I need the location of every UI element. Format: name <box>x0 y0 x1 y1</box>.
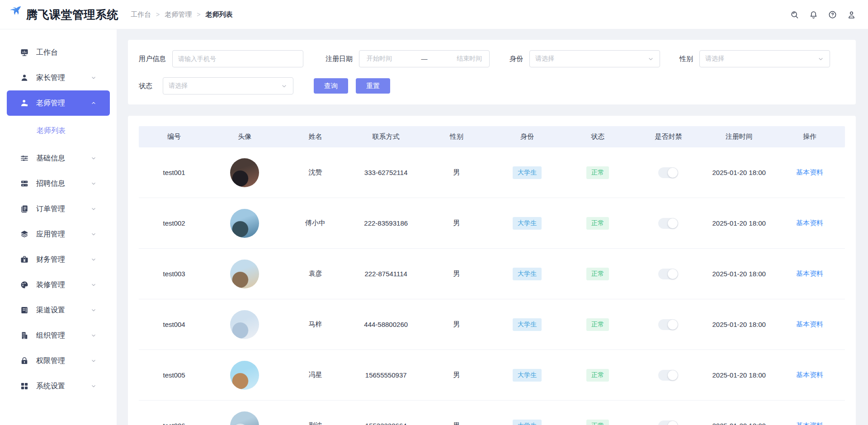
cell-name: 傅小中 <box>280 219 350 227</box>
column-header-7: 是否封禁 <box>633 132 703 141</box>
sidebar-subitem-teacher-list[interactable]: 老师列表 <box>0 116 117 146</box>
breadcrumb-separator: > <box>156 11 160 18</box>
phone-input[interactable] <box>172 50 303 67</box>
organization-icon <box>20 331 29 340</box>
app-title: 腾飞课堂管理系统 <box>26 7 118 22</box>
breadcrumb: 工作台 > 老师管理 > 老师列表 <box>131 10 232 19</box>
cell-id: test002 <box>139 219 209 227</box>
profile-link[interactable]: 基本资料 <box>796 269 823 278</box>
status-label: 状态 <box>139 82 152 90</box>
cell-register-time: 2025-01-20 18:00 <box>704 371 774 379</box>
filter-panel: 用户信息 注册日期 开始时间 — 结束时间 身份 请选择 性别 请选择 状态 请… <box>128 40 856 104</box>
profile-link[interactable]: 基本资料 <box>796 320 823 329</box>
cell-avatar <box>209 361 280 390</box>
avatar <box>230 260 259 288</box>
table-row: test006 荆波 15533338664 男 大学生 正常 2025-01-… <box>139 401 845 425</box>
avatar <box>230 361 259 390</box>
status-badge: 正常 <box>586 369 609 382</box>
column-header-9: 操作 <box>774 132 845 141</box>
avatar <box>230 411 259 425</box>
cell-gender: 男 <box>421 421 492 425</box>
sidebar-item-recruitment[interactable]: 招聘信息 <box>0 171 117 196</box>
ban-toggle[interactable] <box>658 370 678 381</box>
user-info-label: 用户信息 <box>139 55 166 63</box>
cell-avatar <box>209 158 280 187</box>
status-badge: 正常 <box>586 268 609 280</box>
teacher-icon <box>20 99 29 108</box>
breadcrumb-item-teacher-management[interactable]: 老师管理 <box>165 10 192 19</box>
cell-gender: 男 <box>421 371 492 379</box>
profile-link[interactable]: 基本资料 <box>796 168 823 177</box>
user-icon[interactable] <box>847 10 856 19</box>
sidebar-item-permissions[interactable]: 权限管理 <box>0 348 117 373</box>
column-header-1: 头像 <box>209 132 280 141</box>
table-row: test003 袁彦 222-87541114 男 大学生 正常 2025-01… <box>139 249 845 299</box>
layers-icon <box>20 230 29 239</box>
toggle-knob <box>668 168 678 178</box>
identity-select[interactable]: 请选择 <box>529 50 660 67</box>
breadcrumb-item-workbench[interactable]: 工作台 <box>131 10 151 19</box>
ban-toggle[interactable] <box>658 167 678 178</box>
toggle-knob <box>668 218 678 228</box>
identity-badge: 大学生 <box>513 318 542 331</box>
cell-avatar <box>209 260 280 288</box>
table-header: 编号头像姓名联系方式性别身份状态是否封禁注册时间操作 <box>139 126 845 147</box>
sidebar-item-basic-info[interactable]: 基础信息 <box>0 146 117 171</box>
brand-logo: 腾飞课堂管理系统 <box>0 5 118 24</box>
search-icon[interactable] <box>790 10 799 19</box>
sliders-icon <box>20 154 29 163</box>
help-icon[interactable] <box>828 10 837 19</box>
profile-link[interactable]: 基本资料 <box>796 219 823 227</box>
cell-avatar <box>209 411 280 425</box>
sidebar-item-decoration[interactable]: 装修管理 <box>0 272 117 298</box>
column-header-6: 状态 <box>562 132 633 141</box>
dashboard-icon <box>20 48 29 57</box>
reset-button[interactable]: 重置 <box>356 78 390 94</box>
gender-select[interactable]: 请选择 <box>699 50 830 67</box>
chevron-down-icon <box>90 332 97 339</box>
column-header-3: 联系方式 <box>351 132 421 141</box>
cell-gender: 男 <box>421 219 492 227</box>
identity-badge: 大学生 <box>513 217 542 230</box>
app-header: 腾飞课堂管理系统 工作台 > 老师管理 > 老师列表 <box>0 0 868 29</box>
sidebar-item-workbench[interactable]: 工作台 <box>0 40 117 65</box>
cell-id: test003 <box>139 270 209 278</box>
cell-contact: 15655550937 <box>351 371 421 379</box>
chevron-down-icon <box>817 56 824 62</box>
profile-link[interactable]: 基本资料 <box>796 371 823 379</box>
bell-icon[interactable] <box>809 10 818 19</box>
ban-toggle[interactable] <box>658 420 678 425</box>
sidebar-item-organization[interactable]: 组织管理 <box>0 323 117 348</box>
date-range-picker[interactable]: 开始时间 — 结束时间 <box>359 50 490 67</box>
profile-link[interactable]: 基本资料 <box>796 421 823 425</box>
search-button[interactable]: 查询 <box>314 78 348 94</box>
header-actions <box>790 10 868 19</box>
ban-toggle[interactable] <box>658 319 678 330</box>
chevron-down-icon <box>90 256 97 263</box>
cell-register-time: 2025-01-20 18:00 <box>704 169 774 176</box>
status-badge: 正常 <box>586 420 609 425</box>
cell-avatar <box>209 310 280 339</box>
cell-name: 袁彦 <box>280 269 350 278</box>
server-icon <box>20 179 29 188</box>
sidebar-item-orders[interactable]: 订单管理 <box>0 196 117 222</box>
sidebar-item-finance[interactable]: 财务管理 <box>0 247 117 272</box>
ban-toggle[interactable] <box>658 218 678 229</box>
cell-id: test005 <box>139 371 209 379</box>
cell-contact: 333-62752114 <box>351 169 421 176</box>
table-row: test005 冯星 15655550937 男 大学生 正常 2025-01-… <box>139 350 845 401</box>
cell-gender: 男 <box>421 269 492 278</box>
sidebar-item-settings[interactable]: 系统设置 <box>0 373 117 399</box>
sidebar-item-teachers[interactable]: 老师管理 <box>7 90 110 116</box>
sidebar-item-channels[interactable]: 渠道设置 <box>0 298 117 323</box>
cell-name: 沈赞 <box>280 168 350 177</box>
toggle-knob <box>668 320 678 330</box>
status-select[interactable]: 请选择 <box>163 77 293 94</box>
avatar <box>230 158 259 187</box>
identity-badge: 大学生 <box>513 369 542 382</box>
ban-toggle[interactable] <box>658 269 678 279</box>
sidebar-item-parents[interactable]: 家长管理 <box>0 65 117 90</box>
sidebar-item-applications[interactable]: 应用管理 <box>0 222 117 247</box>
cell-name: 冯星 <box>280 371 350 379</box>
gender-label: 性别 <box>679 55 693 63</box>
